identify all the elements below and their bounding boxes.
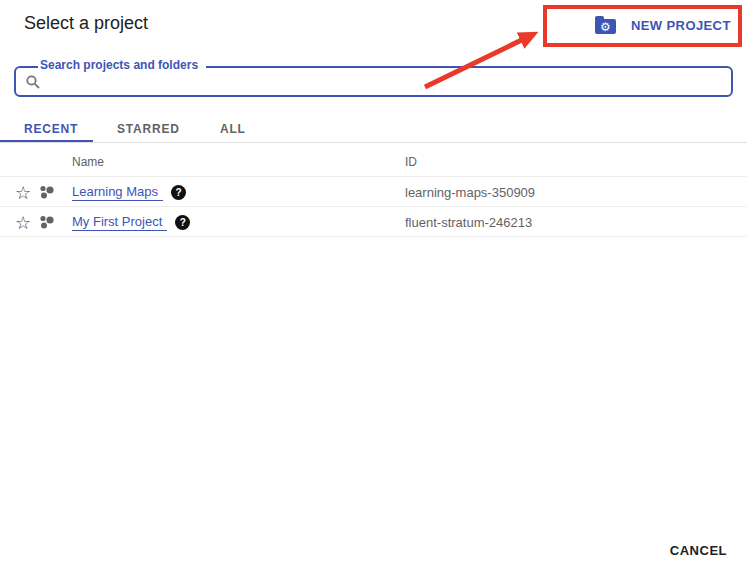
help-icon[interactable]: ? <box>171 185 186 200</box>
star-icon[interactable]: ☆ <box>15 207 31 237</box>
tabs-divider <box>0 142 747 143</box>
project-link[interactable]: Learning Maps <box>72 184 163 201</box>
search-field[interactable]: Search projects and folders <box>14 66 733 97</box>
column-header-name: Name <box>72 155 104 169</box>
gear-glyph: ⚙ <box>600 21 611 33</box>
project-name-cell: Learning Maps ? <box>72 177 186 207</box>
tab-starred[interactable]: STARRED <box>117 122 180 136</box>
project-id-cell: fluent-stratum-246213 <box>405 207 532 237</box>
table-divider <box>0 236 747 237</box>
new-project-folder-gear-icon: ⚙ <box>595 19 616 34</box>
cancel-button[interactable]: CANCEL <box>670 543 727 558</box>
table-row: ☆ Learning Maps ? learning-maps-350909 <box>0 177 747 207</box>
star-icon[interactable]: ☆ <box>15 177 31 207</box>
project-icon <box>39 214 55 234</box>
column-header-id: ID <box>405 155 417 169</box>
tab-all[interactable]: ALL <box>220 122 246 136</box>
project-id-cell: learning-maps-350909 <box>405 177 535 207</box>
search-icon <box>25 74 41 90</box>
help-icon[interactable]: ? <box>175 215 190 230</box>
project-name-cell: My First Project ? <box>72 207 190 237</box>
page-title: Select a project <box>24 13 148 34</box>
new-project-button[interactable]: ⚙ NEW PROJECT <box>595 11 731 39</box>
project-link[interactable]: My First Project <box>72 214 167 231</box>
project-icon <box>39 184 55 204</box>
new-project-label: NEW PROJECT <box>631 18 731 33</box>
tab-recent[interactable]: RECENT <box>24 122 78 136</box>
search-field-label: Search projects and folders <box>38 58 206 73</box>
table-row: ☆ My First Project ? fluent-stratum-2462… <box>0 207 747 237</box>
